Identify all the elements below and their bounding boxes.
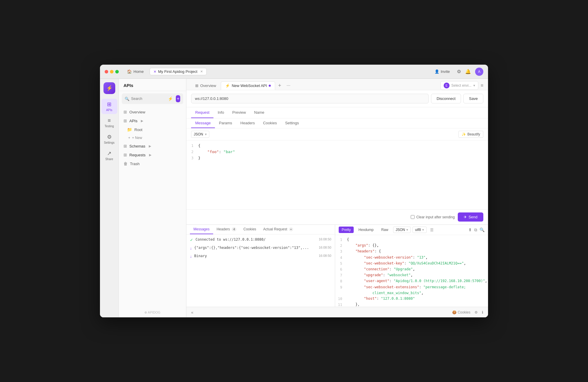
nav-item-settings-label: Settings	[104, 141, 114, 144]
bell-icon[interactable]: 🔔	[465, 69, 471, 74]
btab-headers[interactable]: Headers 4	[213, 225, 240, 234]
code-line-1: 1 {	[186, 143, 488, 149]
search-resp-icon[interactable]: 🔍	[480, 227, 485, 232]
btab-cookies[interactable]: Cookies	[240, 225, 260, 234]
format-chevron-icon: ▾	[205, 132, 207, 136]
settings-icon[interactable]: ⚙	[457, 69, 461, 74]
sidebar-item-schemas[interactable]: ⊞ Schemas ▶	[119, 142, 186, 150]
avatar[interactable]: A	[475, 68, 483, 76]
copy-icon[interactable]: ⧉	[474, 227, 477, 232]
rtab-request[interactable]: Request	[191, 107, 213, 118]
maximize-button[interactable]	[115, 70, 119, 73]
icon-nav: ⚡ ⊞ APIs ≡ Testing ⚙ Settings ↗ Share	[100, 79, 119, 317]
url-input[interactable]	[191, 94, 429, 103]
project-tab[interactable]: ✕ My First Apidog Project ✕	[150, 68, 207, 75]
bottom-panel: Messages Headers 4 Cookies Actual Reques…	[186, 224, 488, 307]
mtab-settings[interactable]: Settings	[281, 118, 303, 128]
search-icon: 🔍	[125, 97, 129, 101]
sidebar-schemas-label: Schemas	[129, 144, 145, 148]
main-layout: ⚡ ⊞ APIs ≡ Testing ⚙ Settings ↗ Share AP…	[100, 79, 488, 317]
new-plus-icon: +	[128, 136, 130, 140]
btab-messages[interactable]: Messages	[190, 225, 213, 234]
home-tab[interactable]: 🏠 Home	[123, 68, 147, 75]
collapse-button[interactable]: «	[191, 310, 193, 315]
tab-close-button[interactable]: ✕	[200, 70, 203, 73]
minimize-button[interactable]	[110, 70, 113, 73]
messages-tabs: Messages Headers 4 Cookies Actual Reques…	[186, 225, 335, 234]
resp-tab-hexdump[interactable]: Hexdump	[355, 227, 376, 233]
msg-connected-time: 16:08:50	[319, 237, 331, 241]
send-button[interactable]: ✈ Send	[458, 212, 483, 222]
format-selector[interactable]: JSON ▾	[191, 131, 209, 138]
resp-line-3: 3 "headers": {	[335, 249, 488, 254]
sidebar-item-root[interactable]: 📁 Root	[119, 125, 186, 134]
mtab-cookies[interactable]: Cookies	[259, 118, 281, 128]
content-menu-icon[interactable]: ≡	[481, 83, 483, 88]
bottom-bar: « 🍪 Cookies ⚙ ℹ	[186, 307, 488, 317]
rtab-preview[interactable]: Preview	[228, 107, 250, 118]
invite-button[interactable]: 👤 Invite	[432, 68, 453, 75]
sidebar-overview-label: Overview	[129, 110, 145, 114]
list-icon[interactable]: ☰	[430, 228, 434, 232]
sidebar-item-requests[interactable]: ⊞ Requests ▶	[119, 150, 186, 159]
settings-status-icon[interactable]: ⚙	[475, 310, 478, 314]
settings-nav-icon: ⚙	[107, 134, 112, 140]
binary-down-icon: ↓	[190, 254, 192, 259]
sidebar-trash-label: Trash	[130, 162, 140, 166]
cookies-status[interactable]: 🍪 Cookies	[452, 310, 470, 314]
sidebar-item-apis[interactable]: ⊞ APIs ▶	[119, 116, 186, 125]
tab-websocket[interactable]: ⚡ New WebSocket API	[221, 81, 275, 90]
sidebar-search-bar[interactable]: 🔍 ⚡ +	[122, 93, 183, 104]
beautify-button[interactable]: ✨ Beautify	[458, 131, 483, 138]
tab-modified-dot	[269, 85, 271, 87]
sidebar-title: APIs	[123, 83, 133, 88]
beautify-icon: ✨	[462, 132, 466, 136]
code-editor[interactable]: 1 { 2 "foo": "bar" 3 }	[186, 140, 488, 209]
cookies-icon: 🍪	[452, 310, 457, 314]
clear-after-send-checkbox[interactable]	[411, 215, 415, 219]
save-button[interactable]: Save	[463, 94, 483, 103]
bottom-bar-right: 🍪 Cookies ⚙ ℹ	[452, 310, 483, 314]
env-selector[interactable]: E Select envi... ▾	[440, 81, 478, 90]
mtab-params[interactable]: Params	[215, 118, 236, 128]
btab-actual-request[interactable]: Actual Request •	[260, 225, 296, 234]
nav-item-testing[interactable]: ≡ Testing	[101, 115, 117, 130]
rtab-name[interactable]: Name	[250, 107, 268, 118]
msg-binary: ↓ Binary 16:08:50	[186, 252, 335, 260]
sidebar-new-button[interactable]: + + New	[119, 134, 186, 142]
sidebar-item-overview[interactable]: ⊞ Overview	[119, 108, 186, 116]
sidebar-item-trash[interactable]: 🗑 Trash	[119, 159, 186, 168]
resp-line-6: 6 "connection": "Upgrade",	[335, 267, 488, 272]
close-button[interactable]	[105, 70, 108, 73]
nav-item-apis-label: APIs	[106, 108, 112, 112]
rtab-info[interactable]: Info	[213, 107, 228, 118]
app-logo[interactable]: ⚡	[103, 82, 115, 94]
request-tabs: Request Info Preview Name	[186, 107, 488, 118]
encoding-selector[interactable]: utf8 ▾	[412, 227, 427, 233]
disconnect-button[interactable]: Disconnect	[431, 94, 461, 103]
add-api-button[interactable]: +	[176, 95, 180, 102]
resp-tab-raw[interactable]: Raw	[378, 227, 391, 233]
schemas-icon: ⊞	[123, 144, 127, 148]
clear-checkbox[interactable]: Clear input after sending	[411, 215, 455, 219]
copy-raw-icon[interactable]: ⬆	[468, 227, 472, 232]
resp-line-8: 8 "user-agent": "Apidog/1.0.0 (http://19…	[335, 278, 488, 284]
resp-line-9b: client_max_window_bits",	[335, 290, 488, 296]
nav-item-apis[interactable]: ⊞ APIs	[101, 99, 117, 114]
msg-data-1-text: {"args":{},"headers":{"sec-websocket-ver…	[194, 246, 317, 250]
filter-icon[interactable]: ⚡	[167, 95, 174, 102]
websocket-icon: ⚡	[225, 83, 230, 88]
tab-add-button[interactable]: +	[276, 81, 284, 90]
json-format-selector[interactable]: JSON ▾	[393, 227, 411, 233]
tab-more-button[interactable]: ···	[284, 82, 293, 89]
mtab-message[interactable]: Message	[191, 118, 215, 128]
nav-item-share[interactable]: ↗ Share	[101, 148, 117, 163]
search-input[interactable]	[131, 97, 165, 101]
info-status-icon[interactable]: ℹ	[482, 310, 483, 314]
titlebar-actions: 👤 Invite ⚙ 🔔 A	[432, 68, 483, 76]
resp-tab-pretty[interactable]: Pretty	[339, 227, 354, 233]
tab-overview[interactable]: ⊞ Overview	[191, 82, 220, 90]
nav-item-settings[interactable]: ⚙ Settings	[101, 131, 117, 147]
mtab-headers[interactable]: Headers	[236, 118, 259, 128]
editor-area: JSON ▾ ✨ Beautify 1 { 2	[186, 128, 488, 224]
